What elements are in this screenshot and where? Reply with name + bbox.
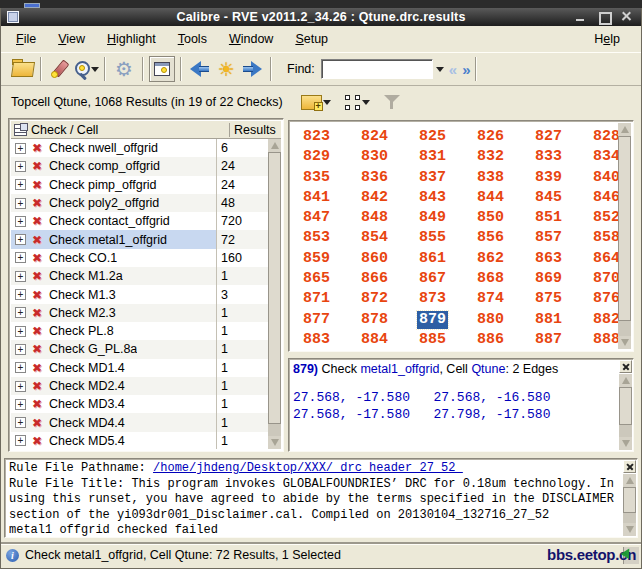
scrollbar-thumb[interactable]: [619, 387, 632, 425]
expand-icon[interactable]: +: [15, 216, 26, 227]
result-number[interactable]: 869: [533, 270, 564, 288]
result-number[interactable]: 837: [417, 169, 448, 187]
tree-row[interactable]: +✖Check MD3.41: [11, 395, 268, 413]
filter-button[interactable]: [384, 94, 400, 110]
expand-icon[interactable]: +: [15, 271, 26, 282]
result-number[interactable]: 824: [359, 128, 390, 146]
tree-row[interactable]: +✖Check MD2.41: [11, 377, 268, 395]
result-number[interactable]: 860: [359, 250, 390, 268]
result-number[interactable]: 847: [301, 209, 332, 227]
result-number[interactable]: 858: [591, 229, 618, 247]
result-number[interactable]: 861: [417, 250, 448, 268]
result-number[interactable]: 871: [301, 290, 332, 308]
detail-scrollbar[interactable]: [619, 374, 632, 450]
result-number[interactable]: 877: [301, 311, 332, 329]
tree-row[interactable]: +✖Check M1.33: [11, 285, 268, 303]
find-previous-icon[interactable]: «: [449, 62, 457, 77]
result-number[interactable]: 850: [475, 209, 506, 227]
tree-row[interactable]: +✖Check MD5.41: [11, 432, 268, 449]
tree-row[interactable]: +✖Check M2.31: [11, 304, 268, 322]
find-next-icon[interactable]: »: [462, 62, 470, 77]
tree-row[interactable]: +✖Check comp_offgrid24: [11, 157, 268, 175]
result-number[interactable]: 865: [301, 270, 332, 288]
layout-view-button[interactable]: [345, 95, 370, 110]
maximize-button[interactable]: [597, 10, 610, 23]
result-number[interactable]: 887: [533, 331, 564, 349]
result-number[interactable]: 886: [475, 331, 506, 349]
result-number[interactable]: 838: [475, 169, 506, 187]
tree-row[interactable]: +✖Check pimp_offgrid24: [11, 176, 268, 194]
next-result-button[interactable]: [239, 56, 265, 82]
tree-row[interactable]: +✖Check CO.1160: [11, 249, 268, 267]
result-number[interactable]: 874: [475, 290, 506, 308]
open-in-folder-button[interactable]: +: [301, 95, 331, 109]
result-number[interactable]: 829: [301, 148, 332, 166]
minimize-button[interactable]: [574, 10, 587, 23]
highlight-in-layout-button[interactable]: [149, 56, 175, 82]
result-number[interactable]: 855: [417, 229, 448, 247]
scroll-up-icon[interactable]: [268, 139, 281, 152]
menu-help[interactable]: Help: [583, 29, 631, 49]
result-number[interactable]: 839: [533, 169, 564, 187]
expand-icon[interactable]: +: [15, 198, 26, 209]
result-number[interactable]: 823: [301, 128, 332, 146]
result-number[interactable]: 875: [533, 290, 564, 308]
titlebar[interactable]: Calibre - RVE v2011.2_34.26 : Qtune.drc.…: [1, 8, 641, 26]
tree-row[interactable]: +✖Check contact_offgrid720: [11, 212, 268, 230]
menu-window[interactable]: Window: [218, 29, 284, 49]
menu-setup[interactable]: Setup: [284, 29, 339, 49]
scroll-down-icon[interactable]: [618, 336, 631, 349]
result-number[interactable]: 883: [301, 331, 332, 349]
expand-icon[interactable]: +: [15, 417, 26, 428]
result-number[interactable]: 840: [591, 169, 618, 187]
result-number[interactable]: 834: [591, 148, 618, 166]
rule-file-link[interactable]: /home/jhdeng/Desktop/XXX/_drc_header_27_…: [153, 461, 463, 475]
open-results-button[interactable]: [9, 56, 35, 82]
grid-scrollbar[interactable]: [618, 123, 631, 349]
scrollbar-thumb[interactable]: [618, 136, 631, 321]
menu-highlight[interactable]: Highlight: [96, 29, 167, 49]
expand-icon[interactable]: +: [15, 326, 26, 337]
result-number[interactable]: 857: [533, 229, 564, 247]
result-number[interactable]: 859: [301, 250, 332, 268]
tree-row[interactable]: +✖Check PL.81: [11, 322, 268, 340]
scroll-down-icon[interactable]: [268, 436, 281, 449]
column-results[interactable]: Results: [229, 123, 281, 137]
zoom-highlight-button[interactable]: [73, 56, 99, 82]
result-number[interactable]: 826: [475, 128, 506, 146]
result-number[interactable]: 851: [533, 209, 564, 227]
tree-row[interactable]: +✖Check MD1.41: [11, 359, 268, 377]
expand-icon[interactable]: +: [15, 381, 26, 392]
expand-icon[interactable]: +: [15, 399, 26, 410]
result-number[interactable]: 849: [417, 209, 448, 227]
result-number[interactable]: 842: [359, 189, 390, 207]
result-number[interactable]: 846: [591, 189, 618, 207]
result-number[interactable]: 876: [591, 290, 618, 308]
expand-icon[interactable]: +: [15, 234, 26, 245]
tree-header[interactable]: Check / Cell Results: [11, 121, 281, 139]
result-number[interactable]: 848: [359, 209, 390, 227]
tree-scrollbar[interactable]: [268, 139, 281, 449]
result-number[interactable]: 880: [475, 311, 506, 329]
result-number[interactable]: 853: [301, 229, 332, 247]
log-scrollbar[interactable]: [623, 474, 636, 536]
result-number[interactable]: 841: [301, 189, 332, 207]
scrollbar-thumb[interactable]: [623, 487, 636, 513]
result-number[interactable]: 881: [533, 311, 564, 329]
result-number[interactable]: 835: [301, 169, 332, 187]
log-close-icon[interactable]: [623, 460, 636, 473]
result-number[interactable]: 872: [359, 290, 390, 308]
detail-close-icon[interactable]: [619, 360, 632, 373]
result-number[interactable]: 879: [417, 311, 448, 329]
tree-row[interactable]: +✖Check M1.2a1: [11, 267, 268, 285]
menu-tools[interactable]: Tools: [167, 29, 218, 49]
expand-icon[interactable]: +: [15, 362, 26, 373]
tree-row[interactable]: +✖Check G_PL.8a1: [11, 340, 268, 358]
tree-row[interactable]: +✖Check poly2_offgrid48: [11, 194, 268, 212]
result-number[interactable]: 885: [417, 331, 448, 349]
result-number[interactable]: 825: [417, 128, 448, 146]
scroll-up-icon[interactable]: [623, 474, 636, 487]
highlight-button[interactable]: [47, 56, 73, 82]
expand-icon[interactable]: +: [15, 252, 26, 263]
result-number[interactable]: 863: [533, 250, 564, 268]
